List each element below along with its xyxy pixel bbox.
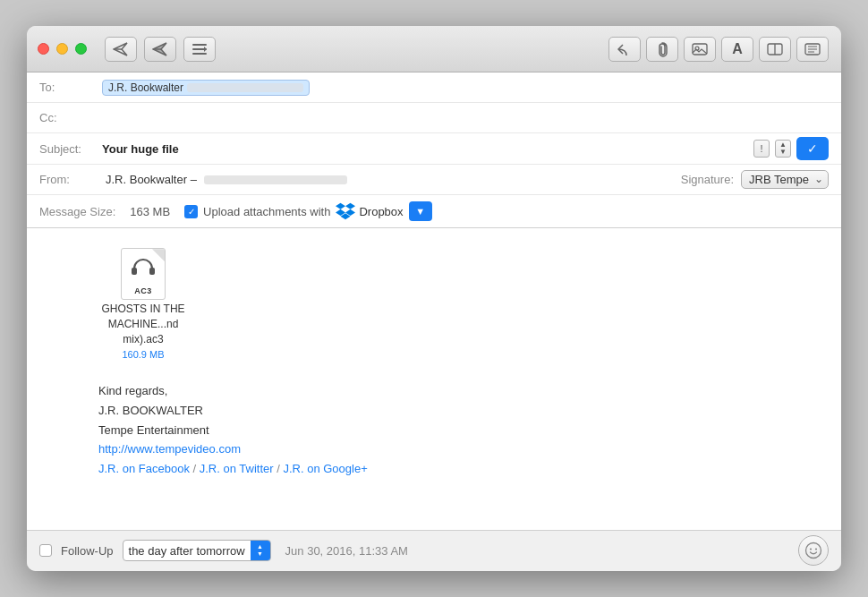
followup-date: Jun 30, 2016, 11:33 AM	[285, 544, 408, 558]
send-alternate-button[interactable]	[144, 37, 176, 62]
cc-row: Cc:	[27, 103, 841, 133]
svg-rect-6	[693, 44, 707, 55]
attachment-name: GHOSTS IN THE MACHINE...nd mix).ac3	[98, 302, 188, 346]
from-label: From:	[39, 173, 102, 186]
social-twitter-link[interactable]: J.R. on Twitter	[200, 462, 274, 475]
emoji-button[interactable]	[798, 535, 829, 566]
minimize-button[interactable]	[56, 43, 68, 55]
stepper-up: ▲	[257, 543, 263, 550]
subject-text[interactable]: Your huge file	[102, 142, 753, 156]
attachment-button[interactable]	[646, 37, 678, 62]
svg-point-18	[815, 549, 817, 550]
photo-button[interactable]	[684, 37, 716, 62]
signature-block: Kind regards, J.R. BOOKWALTER Tempe Ente…	[98, 381, 823, 476]
svg-point-17	[810, 549, 812, 550]
send-button[interactable]	[105, 37, 137, 62]
social-sep-2: /	[274, 462, 284, 475]
sig-line-3: Tempe Entertainment	[98, 421, 823, 440]
upload-section: ✓ Upload attachments with Dropbox ▼	[184, 201, 432, 221]
footer-right	[798, 535, 829, 566]
subject-controls: ! ▲ ▼ ✓	[753, 137, 829, 160]
from-email-blurred	[204, 175, 347, 184]
mail-footer: Follow-Up the day after tomorrow ▲ ▼ Jun…	[27, 530, 841, 571]
upload-checkbox[interactable]: ✓	[184, 205, 198, 218]
msgsize-value: 163 MB	[130, 205, 170, 218]
sig-website[interactable]: http://www.tempevideo.com	[98, 442, 241, 456]
stepper-down: ▼	[257, 550, 263, 558]
titlebar: A	[27, 26, 841, 72]
svg-rect-15	[149, 268, 155, 275]
from-row: From: J.R. Bookwalter – Signature: JRB T…	[27, 165, 841, 195]
mail-body[interactable]: AC3 GHOSTS IN THE MACHINE...nd mix).ac3 …	[27, 228, 841, 530]
svg-point-16	[806, 543, 821, 559]
to-row: To: J.R. Bookwalter	[27, 72, 841, 103]
from-right: Signature: JRB Tempe	[681, 170, 829, 189]
attachment-icon-wrapper: AC3	[115, 246, 171, 302]
reply-button[interactable]	[608, 37, 641, 62]
followup-value: the day after tomorrow	[123, 544, 251, 558]
toolbar-left	[105, 37, 216, 62]
to-value[interactable]: J.R. Bookwalter	[102, 80, 829, 96]
panel-button[interactable]	[759, 37, 791, 62]
traffic-lights	[38, 43, 87, 55]
signature-wrapper: JRB Tempe	[741, 170, 829, 189]
font-icon: A	[732, 41, 743, 57]
msgsize-label: Message Size:	[39, 205, 115, 218]
followup-label: Follow-Up	[61, 544, 114, 558]
dropbox-dropdown-button[interactable]: ▼	[409, 201, 432, 221]
social-googleplus-link[interactable]: J.R. on Google+	[283, 462, 367, 475]
signature-select[interactable]: JRB Tempe	[741, 170, 829, 189]
recipient-chip[interactable]: J.R. Bookwalter	[102, 80, 310, 96]
ac3-label: AC3	[134, 286, 152, 295]
followup-checkbox[interactable]	[39, 544, 52, 557]
social-links: J.R. on Facebook / J.R. on Twitter / J.R…	[98, 460, 823, 476]
confirm-button[interactable]: ✓	[796, 137, 829, 160]
followup-dropdown[interactable]: the day after tomorrow ▲ ▼	[123, 540, 271, 561]
priority-button[interactable]: !	[753, 140, 770, 158]
followup-stepper[interactable]: ▲ ▼	[251, 541, 270, 560]
close-button[interactable]	[38, 43, 49, 55]
svg-rect-14	[132, 268, 137, 275]
font-button[interactable]: A	[721, 37, 753, 62]
dropbox-icon	[336, 202, 355, 220]
attachment-size: 160.9 MB	[122, 349, 164, 360]
cc-label: Cc:	[39, 111, 102, 124]
ac3-file-icon: AC3	[121, 248, 166, 300]
recipient-name: J.R. Bookwalter	[108, 81, 183, 94]
svg-marker-5	[204, 47, 207, 52]
dropbox-logo: Dropbox	[336, 202, 403, 220]
to-label: To:	[39, 81, 102, 94]
sig-line-2: J.R. BOOKWALTER	[98, 401, 823, 421]
subject-stepper[interactable]: ▲ ▼	[775, 140, 791, 158]
compose-window: A To:	[27, 26, 841, 571]
sig-line-1: Kind regards,	[98, 381, 823, 401]
upload-text: Upload attachments with	[203, 205, 330, 218]
list-button[interactable]	[796, 37, 829, 62]
toolbar-right: A	[608, 37, 829, 62]
subject-label: Subject:	[39, 142, 102, 156]
header-fields: To: J.R. Bookwalter Cc: Subject: Your hu…	[27, 72, 841, 228]
menu-button[interactable]	[183, 37, 216, 62]
recipient-email-blurred	[187, 83, 303, 92]
dropbox-label: Dropbox	[359, 205, 403, 218]
attachment-area: AC3 GHOSTS IN THE MACHINE...nd mix).ac3 …	[98, 246, 188, 359]
subject-row: Subject: Your huge file ! ▲ ▼ ✓	[27, 133, 841, 165]
svg-rect-4	[192, 53, 207, 55]
from-name: J.R. Bookwalter –	[106, 173, 197, 186]
msgsize-row: Message Size: 163 MB ✓ Upload attachment…	[27, 195, 841, 227]
social-sep-1: /	[190, 462, 200, 475]
maximize-button[interactable]	[75, 43, 87, 55]
social-facebook-link[interactable]: J.R. on Facebook	[98, 462, 190, 475]
svg-rect-2	[192, 44, 207, 46]
ac3-headphone-svg	[130, 256, 157, 281]
signature-label: Signature:	[681, 173, 734, 186]
smiley-icon	[804, 542, 822, 559]
from-left: From: J.R. Bookwalter –	[39, 173, 681, 186]
